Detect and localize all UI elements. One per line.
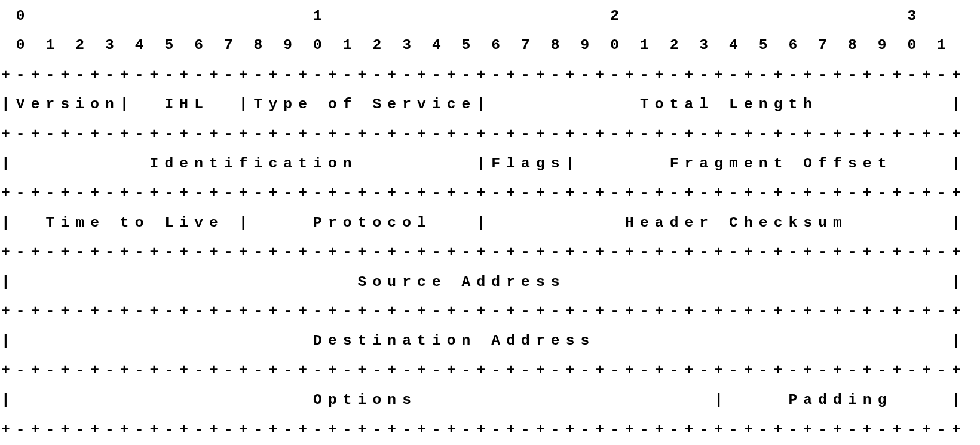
ip-header-diagram: 0 1 2 3 0 1 2 3 4 5 6 7 8 9 0 1 2 3 4 5 … [0,0,980,444]
row-ttl-protocol-checksum: | Time to Live | Protocol | Header Check… [1,215,967,231]
separator: +-+-+-+-+-+-+-+-+-+-+-+-+-+-+-+-+-+-+-+-… [1,422,967,438]
row-destination-address: | Destination Address | [1,333,967,349]
separator: +-+-+-+-+-+-+-+-+-+-+-+-+-+-+-+-+-+-+-+-… [1,303,967,319]
row-version-ihl-tos-length: |Version| IHL |Type of Service| Total Le… [1,96,967,112]
bit-ruler-ones: 0 1 2 3 4 5 6 7 8 9 0 1 2 3 4 5 6 7 8 9 … [1,37,952,53]
separator: +-+-+-+-+-+-+-+-+-+-+-+-+-+-+-+-+-+-+-+-… [1,67,967,83]
bit-ruler-tens: 0 1 2 3 [1,8,922,24]
row-source-address: | Source Address | [1,274,967,290]
separator: +-+-+-+-+-+-+-+-+-+-+-+-+-+-+-+-+-+-+-+-… [1,362,967,379]
row-identification-flags-fragment: | Identification |Flags| Fragment Offset… [1,156,967,172]
separator: +-+-+-+-+-+-+-+-+-+-+-+-+-+-+-+-+-+-+-+-… [1,126,967,142]
row-options-padding: | Options | Padding | [1,392,967,408]
separator: +-+-+-+-+-+-+-+-+-+-+-+-+-+-+-+-+-+-+-+-… [1,185,967,201]
separator: +-+-+-+-+-+-+-+-+-+-+-+-+-+-+-+-+-+-+-+-… [1,244,967,260]
